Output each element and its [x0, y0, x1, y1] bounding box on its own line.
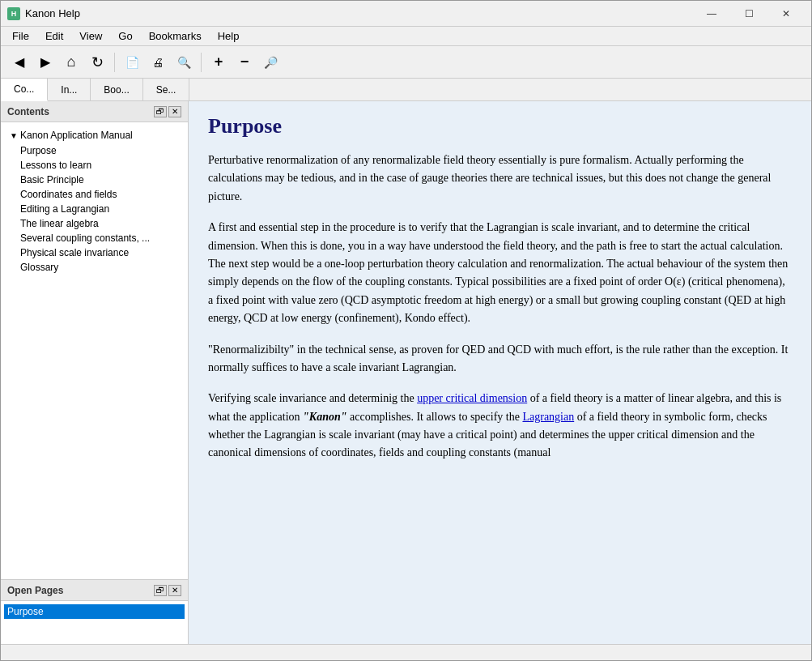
- content-title: Purpose: [208, 114, 792, 139]
- tree-item-coordinates[interactable]: Coordinates and fields: [17, 187, 185, 202]
- open-pages-restore-button[interactable]: 🗗: [154, 585, 167, 596]
- print-button[interactable]: 🖨: [146, 50, 170, 75]
- menu-edit[interactable]: Edit: [37, 28, 71, 44]
- sidebar: Contents 🗗 ✕ ▼ Kanon Application Manual: [1, 101, 189, 644]
- tab-index[interactable]: In...: [48, 79, 91, 100]
- open-pages-controls: 🗗 ✕: [154, 585, 181, 596]
- tree-root-node[interactable]: ▼ Kanon Application Manual: [4, 127, 185, 143]
- home-button[interactable]: ⌂: [59, 50, 83, 75]
- minimize-button[interactable]: —: [693, 4, 730, 23]
- tree-item-physical-label: Physical scale invariance: [20, 247, 129, 258]
- content-para-3: "Renormalizibilty" in the technical sens…: [208, 341, 792, 377]
- tree-item-linear-algebra-label: The linear algebra: [20, 218, 99, 229]
- open-page-purpose[interactable]: Purpose: [4, 604, 185, 619]
- main-window: H Kanon Help — ☐ ✕ File Edit View Go Boo…: [0, 0, 812, 661]
- back-button[interactable]: ◀: [7, 50, 32, 75]
- contents-close-button[interactable]: ✕: [168, 106, 181, 117]
- kanon-bold-label: "Kanon": [303, 411, 346, 423]
- find-button[interactable]: 🔍: [172, 50, 196, 75]
- tree-item-several-coupling[interactable]: Several coupling constants, ...: [17, 231, 185, 245]
- content-area: Purpose Perturbative renormalization of …: [189, 101, 811, 644]
- tree-item-glossary-label: Glossary: [20, 262, 58, 273]
- content-scroll[interactable]: Purpose Perturbative renormalization of …: [189, 101, 811, 644]
- toolbar: ◀ ▶ ⌂ ↻ 📄 🖨 🔍 + − 🔎: [1, 46, 811, 79]
- tree-children: Purpose Lessons to learn Basic Principle…: [4, 143, 185, 275]
- open-pages-close-button[interactable]: ✕: [168, 585, 181, 596]
- tree-item-lessons-label: Lessons to learn: [20, 160, 91, 171]
- print-preview-button[interactable]: 📄: [120, 50, 144, 75]
- menu-bookmarks[interactable]: Bookmarks: [141, 28, 210, 44]
- tree-item-glossary[interactable]: Glossary: [17, 260, 185, 275]
- app-icon: H: [7, 7, 20, 20]
- zoom-in-button[interactable]: +: [206, 50, 231, 75]
- open-pages-header: Open Pages 🗗 ✕: [1, 580, 188, 601]
- contents-panel-controls: 🗗 ✕: [154, 106, 181, 117]
- lagrangian-link[interactable]: Lagrangian: [522, 411, 574, 423]
- open-pages-title: Open Pages: [7, 585, 63, 596]
- tree-item-coordinates-label: Coordinates and fields: [20, 189, 117, 200]
- content-para-4: Verifying scale invariance and determini…: [208, 390, 792, 463]
- contents-tree: ▼ Kanon Application Manual Purpose Lesso…: [1, 122, 188, 579]
- zoom-reset-button[interactable]: 🔎: [258, 50, 283, 75]
- tree-item-basic[interactable]: Basic Principle: [17, 173, 185, 187]
- window-controls: — ☐ ✕: [693, 4, 805, 23]
- sync-button[interactable]: ↻: [85, 50, 109, 75]
- toolbar-separator-1: [114, 53, 115, 72]
- tree-item-purpose-label: Purpose: [20, 145, 57, 156]
- tree-item-linear-algebra[interactable]: The linear algebra: [17, 216, 185, 231]
- tree-expander-icon: ▼: [7, 129, 20, 142]
- status-bar: [1, 644, 811, 660]
- tab-bar: Co... In... Boo... Se...: [1, 79, 811, 101]
- tree-item-editing[interactable]: Editing a Lagrangian: [17, 202, 185, 216]
- content-para-2: A first and essential step in the proced…: [208, 219, 792, 327]
- menu-bar: File Edit View Go Bookmarks Help: [1, 27, 811, 46]
- menu-go[interactable]: Go: [110, 28, 140, 44]
- tree-root: ▼ Kanon Application Manual Purpose Lesso…: [1, 126, 188, 276]
- contents-panel: Contents 🗗 ✕ ▼ Kanon Application Manual: [1, 101, 188, 579]
- contents-panel-title: Contents: [7, 106, 49, 117]
- menu-file[interactable]: File: [4, 28, 37, 44]
- close-button[interactable]: ✕: [767, 4, 805, 23]
- open-pages-panel: Open Pages 🗗 ✕ Purpose: [1, 579, 188, 644]
- menu-view[interactable]: View: [71, 28, 110, 44]
- tree-item-lessons[interactable]: Lessons to learn: [17, 158, 185, 173]
- tree-item-physical[interactable]: Physical scale invariance: [17, 245, 185, 260]
- maximize-button[interactable]: ☐: [730, 4, 767, 23]
- contents-restore-button[interactable]: 🗗: [154, 106, 167, 117]
- open-pages-list: Purpose: [1, 601, 188, 644]
- title-bar: H Kanon Help — ☐ ✕: [1, 1, 811, 27]
- tree-item-basic-label: Basic Principle: [20, 174, 84, 186]
- forward-button[interactable]: ▶: [33, 50, 57, 75]
- main-area: Contents 🗗 ✕ ▼ Kanon Application Manual: [1, 101, 811, 644]
- upper-critical-dimension-link[interactable]: upper critical dimension: [417, 392, 527, 404]
- tree-item-purpose[interactable]: Purpose: [17, 143, 185, 158]
- tab-bookmarks[interactable]: Boo...: [91, 79, 142, 100]
- tab-contents[interactable]: Co...: [1, 79, 48, 101]
- tree-item-several-coupling-label: Several coupling constants, ...: [20, 232, 150, 244]
- menu-help[interactable]: Help: [210, 28, 248, 44]
- open-page-purpose-label: Purpose: [7, 606, 44, 617]
- tree-item-editing-label: Editing a Lagrangian: [20, 203, 109, 215]
- zoom-out-button[interactable]: −: [232, 50, 257, 75]
- tab-search[interactable]: Se...: [143, 79, 190, 100]
- window-title: Kanon Help: [25, 7, 693, 19]
- content-para-1: Perturbative renormalization of any reno…: [208, 151, 792, 206]
- tree-root-label: Kanon Application Manual: [20, 130, 133, 141]
- toolbar-separator-2: [201, 53, 202, 72]
- contents-panel-header: Contents 🗗 ✕: [1, 101, 188, 122]
